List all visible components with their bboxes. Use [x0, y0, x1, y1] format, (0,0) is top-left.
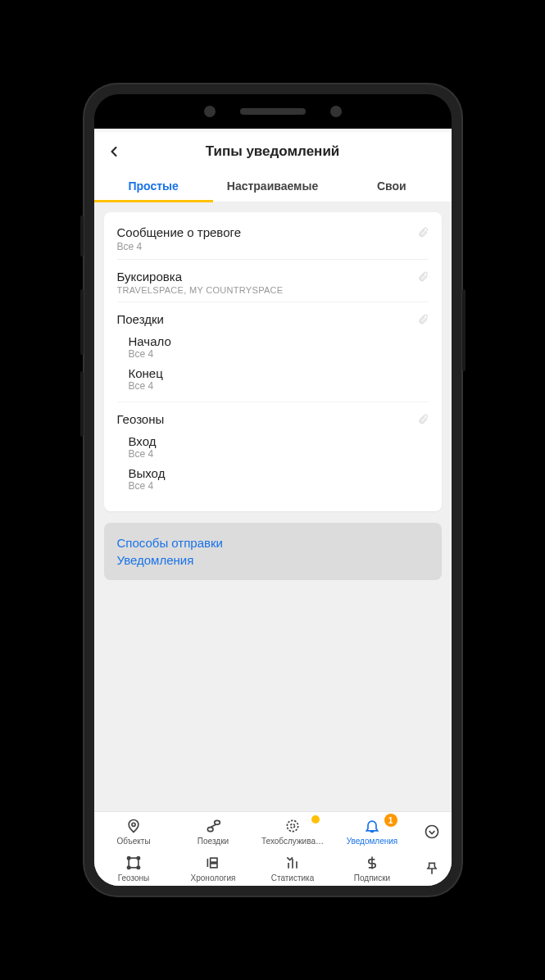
sub-title: Вход [129, 434, 429, 448]
svg-point-3 [425, 825, 438, 837]
phone-frame: Типы уведомлений Простые Настраиваемые С… [84, 84, 461, 896]
content: Сообщение о тревоге Все 4 Буксировка TRA… [94, 202, 452, 811]
link-notifications[interactable]: Уведомления [117, 551, 429, 569]
nav-label: Статистика [271, 873, 315, 882]
nav-label: Уведомления [347, 837, 398, 846]
tab-own[interactable]: Свои [332, 170, 451, 202]
sub-trip-end[interactable]: Конец Все 4 [129, 363, 429, 395]
notifications-badge: 1 [384, 814, 397, 827]
row-subtitle: TRAVELSPACE, MY COUNTRYSPACE [117, 285, 429, 295]
chart-icon [284, 854, 302, 872]
page-title: Типы уведомлений [94, 143, 452, 160]
nav-label: Геозоны [118, 873, 150, 882]
nav-collapse[interactable] [412, 812, 452, 849]
gear-icon [284, 817, 302, 835]
sub-count: Все 4 [129, 380, 429, 392]
polygon-icon [125, 854, 143, 872]
pushpin-icon [423, 860, 441, 878]
nav-objects[interactable]: Объекты [94, 812, 174, 849]
chevron-down-circle-icon [423, 823, 441, 841]
paperclip-icon [417, 227, 429, 242]
phone-button [80, 371, 84, 437]
row-alarm[interactable]: Сообщение о тревоге Все 4 [117, 216, 429, 260]
header: Типы уведомлений [94, 134, 452, 170]
paperclip-icon [417, 271, 429, 286]
paperclip-icon [417, 414, 429, 429]
notifications-card: Сообщение о тревоге Все 4 Буксировка TRA… [104, 212, 442, 511]
sub-geo-exit[interactable]: Выход Все 4 [129, 463, 429, 495]
svg-rect-11 [211, 864, 217, 868]
back-button[interactable] [94, 143, 134, 160]
row-title: Поездки [117, 312, 429, 326]
phone-button [80, 289, 84, 355]
row-subtitle: Все 4 [117, 241, 429, 252]
svg-point-2 [291, 824, 295, 828]
sub-items: Начало Все 4 Конец Все 4 [117, 331, 429, 395]
svg-point-0 [132, 823, 135, 826]
nav-notifications[interactable]: 1 Уведомления [333, 812, 412, 849]
sub-title: Конец [129, 366, 429, 380]
row-geozones[interactable]: Геозоны Вход Все 4 Выход Все 4 [117, 402, 429, 501]
row-title: Сообщение о тревоге [117, 225, 429, 239]
nav-row-2: Геозоны Хронология Статистика [94, 849, 452, 886]
tabs: Простые Настраиваемые Свои [94, 170, 452, 202]
nav-label: Объекты [116, 837, 150, 846]
sub-geo-enter[interactable]: Вход Все 4 [129, 431, 429, 463]
links-card: Способы отправки Уведомления [104, 523, 442, 580]
link-delivery-methods[interactable]: Способы отправки [117, 534, 429, 551]
sub-count: Все 4 [129, 480, 429, 492]
phone-inner: Типы уведомлений Простые Настраиваемые С… [94, 94, 452, 886]
nav-timeline[interactable]: Хронология [174, 849, 253, 886]
nav-label: Техобслужива… [261, 837, 324, 846]
sub-title: Начало [129, 334, 429, 348]
svg-point-5 [128, 857, 130, 860]
svg-point-7 [128, 866, 130, 869]
tab-custom[interactable]: Настраиваемые [213, 170, 332, 202]
svg-rect-10 [211, 858, 217, 862]
row-trips[interactable]: Поездки Начало Все 4 Конец Все 4 [117, 302, 429, 402]
sub-count: Все 4 [129, 448, 429, 460]
row-title: Буксировка [117, 270, 429, 284]
svg-point-1 [287, 820, 297, 831]
timeline-icon [204, 854, 222, 872]
nav-subscriptions[interactable]: Подписки [333, 849, 412, 886]
nav-label: Подписки [354, 873, 390, 882]
bottom-nav: Объекты Поездки Техобслужива… [94, 811, 452, 886]
nav-stats[interactable]: Статистика [253, 849, 333, 886]
row-towing[interactable]: Буксировка TRAVELSPACE, MY COUNTRYSPACE [117, 260, 429, 302]
app-screen: Типы уведомлений Простые Настраиваемые С… [94, 129, 452, 886]
bell-icon [363, 817, 381, 835]
nav-label: Хронология [191, 873, 236, 882]
chevron-left-icon [106, 143, 122, 160]
paperclip-icon [417, 314, 429, 329]
pin-icon [125, 817, 143, 835]
nav-label: Поездки [198, 837, 229, 846]
nav-pin[interactable] [412, 849, 452, 886]
maintenance-badge [311, 815, 320, 823]
sub-title: Выход [129, 466, 429, 480]
route-icon [204, 817, 222, 835]
tab-simple[interactable]: Простые [94, 170, 213, 202]
svg-point-6 [137, 857, 139, 860]
sub-items: Вход Все 4 Выход Все 4 [117, 431, 429, 495]
svg-point-8 [137, 866, 139, 869]
phone-button [462, 289, 466, 371]
nav-row-1: Объекты Поездки Техобслужива… [94, 812, 452, 849]
nav-trips[interactable]: Поездки [174, 812, 253, 849]
dollar-icon [363, 854, 381, 872]
sub-trip-start[interactable]: Начало Все 4 [129, 331, 429, 363]
phone-notch [94, 94, 452, 129]
nav-maintenance[interactable]: Техобслужива… [253, 812, 333, 849]
sub-count: Все 4 [129, 348, 429, 360]
row-title: Геозоны [117, 412, 429, 426]
nav-geozones[interactable]: Геозоны [94, 849, 174, 886]
phone-button [80, 216, 84, 256]
